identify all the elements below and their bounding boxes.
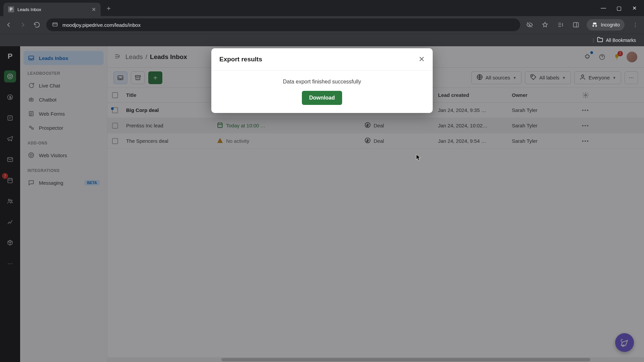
close-icon[interactable]: ✕ xyxy=(419,55,425,64)
back-icon[interactable] xyxy=(4,20,13,29)
window-controls: — ▢ ✕ xyxy=(600,5,644,11)
maximize-icon[interactable]: ▢ xyxy=(616,5,622,11)
new-tab-button[interactable]: ＋ xyxy=(105,4,112,13)
incognito-indicator[interactable]: Incognito xyxy=(587,19,625,31)
modal-message: Data export finished successfully xyxy=(219,79,425,85)
browser-tab-strip: P Leads Inbox ✕ ＋ — ▢ ✕ xyxy=(0,0,644,16)
bookmarks-bar: | All Bookmarks xyxy=(0,34,644,46)
incognito-label: Incognito xyxy=(601,22,620,27)
star-icon[interactable] xyxy=(540,20,550,29)
download-button[interactable]: Download xyxy=(302,91,342,105)
reading-list-icon[interactable] xyxy=(556,20,565,29)
all-bookmarks-link[interactable]: All Bookmarks xyxy=(606,38,636,43)
address-bar: moodjoy.pipedrive.com/leads/inbox Incogn… xyxy=(0,16,644,34)
tab-title: Leads Inbox xyxy=(17,7,88,12)
svg-rect-0 xyxy=(53,23,57,26)
url-text: moodjoy.pipedrive.com/leads/inbox xyxy=(62,22,141,28)
reload-icon[interactable] xyxy=(32,20,42,29)
modal-title: Export results xyxy=(219,56,262,63)
tab-favicon: P xyxy=(8,6,14,12)
svg-rect-1 xyxy=(574,22,579,27)
minimize-icon[interactable]: — xyxy=(600,5,606,11)
incognito-icon xyxy=(591,21,598,29)
url-input[interactable]: moodjoy.pipedrive.com/leads/inbox xyxy=(46,18,520,31)
eye-off-icon[interactable] xyxy=(525,20,534,29)
browser-tab[interactable]: P Leads Inbox ✕ xyxy=(3,3,101,16)
side-panel-icon[interactable] xyxy=(571,20,581,29)
export-results-modal: Export results ✕ Data export finished su… xyxy=(211,48,433,113)
close-window-icon[interactable]: ✕ xyxy=(631,5,637,11)
site-info-icon[interactable] xyxy=(52,21,58,29)
browser-menu-icon[interactable]: ⋮ xyxy=(631,20,640,29)
forward-icon[interactable] xyxy=(18,20,28,29)
close-icon[interactable]: ✕ xyxy=(92,6,96,13)
folder-icon xyxy=(597,36,603,44)
